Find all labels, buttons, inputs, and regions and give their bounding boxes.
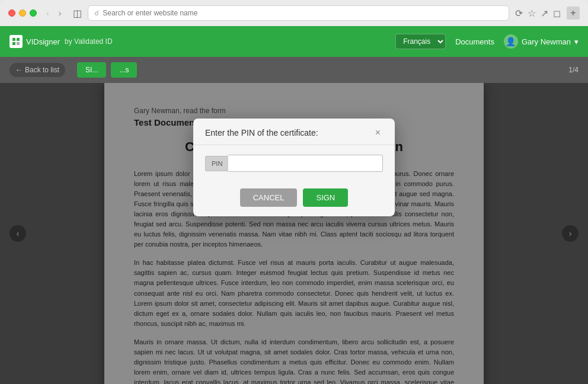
share-icon[interactable]: ↗ <box>541 8 548 19</box>
browser-titlebar: ‹ › ◫ ☌ ⟳ ☆ ↗ ◻ + <box>0 0 588 26</box>
modal-title: Enter the PIN of the certificate: <box>205 128 318 137</box>
language-selector[interactable]: Français <box>395 34 446 49</box>
app-header: VIDsigner by Validated ID Français Docum… <box>0 26 588 57</box>
logo-icon <box>9 35 23 48</box>
sign-buttons: SI... ...s <box>77 62 137 78</box>
cancel-button[interactable]: CANCEL <box>240 188 298 207</box>
back-arrow-icon: ← <box>15 66 23 74</box>
user-avatar: 👤 <box>504 34 518 49</box>
new-tab-icon[interactable]: ◻ <box>553 8 561 19</box>
doc-toolbar: ← Back to list SI... ...s 1/4 <box>0 57 588 83</box>
minimize-window-button[interactable] <box>19 9 26 17</box>
forward-nav-button[interactable]: › <box>55 7 65 19</box>
tab-layout-icon: ◫ <box>73 8 82 19</box>
modal-header: Enter the PIN of the certificate: × <box>193 119 395 145</box>
back-to-list-label: Back to list <box>25 66 59 74</box>
pin-label: PIN <box>205 156 228 171</box>
traffic-lights <box>8 9 37 17</box>
back-nav-button[interactable]: ‹ <box>43 7 53 19</box>
modal-overlay: Enter the PIN of the certificate: × PIN … <box>0 83 588 384</box>
pin-input[interactable] <box>228 155 383 172</box>
address-input[interactable] <box>103 9 503 17</box>
app-container: VIDsigner by Validated ID Français Docum… <box>0 26 588 384</box>
sign-confirm-button[interactable]: SIGN <box>303 188 348 207</box>
pin-modal: Enter the PIN of the certificate: × PIN … <box>193 119 395 216</box>
logo-text: VIDsigner <box>26 37 60 46</box>
refresh-icon[interactable]: ⟳ <box>515 8 523 19</box>
sign-button-1[interactable]: SI... <box>77 62 106 78</box>
modal-close-button[interactable]: × <box>373 128 383 137</box>
svg-rect-3 <box>17 42 20 45</box>
user-menu[interactable]: 👤 Gary Newman ▾ <box>504 34 579 49</box>
add-tab-button[interactable]: + <box>567 7 580 20</box>
modal-body: PIN <box>193 145 395 181</box>
svg-rect-0 <box>12 38 15 41</box>
modal-footer: CANCEL SIGN <box>193 181 395 216</box>
address-bar[interactable]: ☌ <box>88 5 509 21</box>
by-validated-text: by Validated ID <box>65 37 113 46</box>
page-info: 1/4 <box>568 66 579 74</box>
document-area: ← Back to list SI... ...s 1/4 ‹ Gary New… <box>0 57 588 384</box>
bookmark-icon[interactable]: ☆ <box>528 8 536 19</box>
chevron-down-icon: ▾ <box>574 37 579 46</box>
search-icon: ☌ <box>94 9 99 17</box>
close-window-button[interactable] <box>8 9 15 17</box>
pin-input-group: PIN <box>205 155 383 172</box>
app-logo: VIDsigner by Validated ID <box>9 35 113 48</box>
documents-link[interactable]: Documents <box>455 37 494 46</box>
document-viewer: ‹ Gary Newman, read the form Test Docume… <box>0 83 588 384</box>
sign-button-2[interactable]: ...s <box>111 62 137 78</box>
browser-window: ‹ › ◫ ☌ ⟳ ☆ ↗ ◻ + <box>0 0 588 26</box>
maximize-window-button[interactable] <box>30 9 37 17</box>
svg-rect-2 <box>12 42 15 45</box>
back-to-list-button[interactable]: ← Back to list <box>9 63 65 77</box>
nav-buttons: ‹ › <box>43 7 65 19</box>
user-name: Gary Newman <box>522 37 571 46</box>
browser-actions: ⟳ ☆ ↗ ◻ <box>515 8 561 19</box>
svg-rect-1 <box>17 38 20 41</box>
